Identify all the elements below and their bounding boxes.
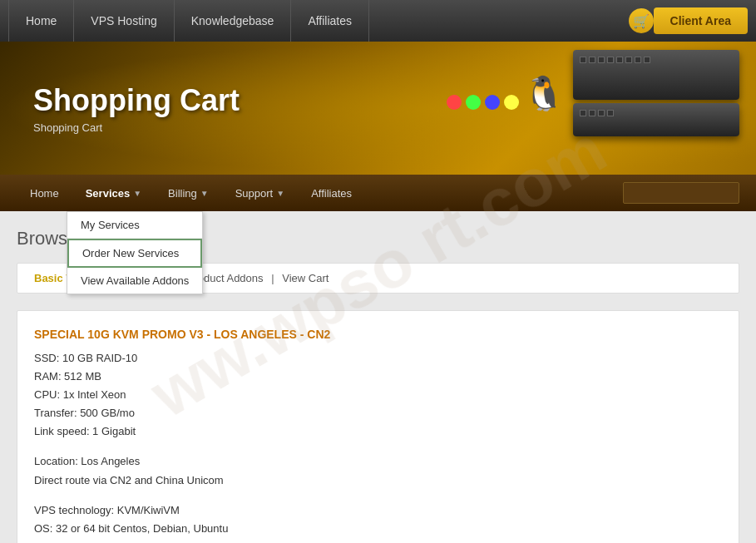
product-tech: VPS technology: KVM/KiwiVM OS: 32 or 64 … (34, 501, 722, 538)
secondary-navigation: Home Services ▼ Billing ▼ Support ▼ Affi… (0, 175, 756, 211)
top-navigation: Home VPS Hosting Knowledgebase Affiliate… (0, 0, 756, 42)
sec-nav-home[interactable]: Home (17, 175, 72, 211)
ball-yellow (504, 95, 519, 110)
top-nav-knowledgebase[interactable]: Knowledgebase (175, 0, 292, 42)
switch-device-1 (573, 50, 739, 100)
switch-port (635, 57, 641, 63)
product-card: SPECIAL 10G KVM PROMO V3 - LOS ANGELES -… (17, 310, 739, 543)
spec-ram: RAM: 512 MB (34, 368, 722, 386)
top-nav-affiliates[interactable]: Affiliates (291, 0, 369, 42)
switch-port (580, 110, 586, 116)
switch-port (580, 57, 586, 63)
support-dropdown-arrow: ▼ (276, 189, 284, 198)
hero-image: 🐧 (447, 50, 739, 136)
dropdown-view-addons[interactable]: View Available Addons (67, 268, 202, 294)
tux-penguin: 🐧 (523, 77, 565, 110)
sec-nav-support-label: Support (235, 187, 274, 200)
switch-port (625, 57, 632, 63)
services-dropdown-arrow: ▼ (133, 189, 141, 198)
sec-nav-services-label: Services (86, 187, 131, 200)
ball-red (447, 95, 462, 110)
switch-port (607, 57, 614, 63)
product-location: Location: Los Angeles Direct route via C… (34, 452, 722, 489)
switch-ports (573, 50, 739, 70)
cart-icon: 🛒 (629, 8, 654, 33)
switch-port (589, 110, 595, 116)
spec-cpu: CPU: 1x Intel Xeon (34, 386, 722, 404)
spec-link-speed: Link speed: 1 Gigabit (34, 422, 722, 441)
switch-port (607, 110, 614, 116)
switch-port (589, 57, 595, 63)
spec-transfer: Transfer: 500 GB/mo (34, 404, 722, 422)
os-text: OS: 32 or 64 bit Centos, Debian, Ubuntu (34, 520, 722, 538)
sec-nav-billing-label: Billing (168, 187, 197, 200)
switch-port (598, 57, 605, 63)
top-nav-home[interactable]: Home (8, 0, 74, 42)
switch-device-2 (573, 103, 739, 136)
sec-nav-search[interactable] (623, 182, 739, 204)
tab-separator-2: | (271, 272, 274, 284)
ball-blue (485, 95, 500, 110)
sec-nav-billing[interactable]: Billing ▼ (155, 175, 222, 211)
sec-nav-support[interactable]: Support ▼ (222, 175, 298, 211)
route-text: Direct route via CN2 and China Unicom (34, 471, 722, 490)
hero-banner: Shopping Cart Shopping Cart 🐧 (0, 42, 756, 175)
switch-ports-2 (573, 103, 739, 123)
switch-port (644, 57, 650, 63)
dropdown-order-new-services[interactable]: Order New Services (67, 239, 202, 268)
dropdown-my-services[interactable]: My Services (67, 212, 202, 239)
ball-green (466, 95, 481, 110)
services-dropdown-menu: My Services Order New Services View Avai… (67, 211, 203, 294)
spec-ssd: SSD: 10 GB RAID-10 (34, 349, 722, 368)
location-text: Location: Los Angeles (34, 452, 722, 471)
product-name: SPECIAL 10G KVM PROMO V3 - LOS ANGELES -… (34, 328, 722, 341)
sec-nav-services[interactable]: Services ▼ (72, 175, 155, 211)
top-nav-vps-hosting[interactable]: VPS Hosting (74, 0, 174, 42)
tab-view-cart[interactable]: View Cart (282, 272, 329, 284)
client-area-button[interactable]: Client Area (654, 7, 748, 34)
mascot-area: 🐧 (447, 77, 565, 110)
sec-nav-affiliates[interactable]: Affiliates (298, 175, 365, 211)
switch-port (598, 110, 605, 116)
billing-dropdown-arrow: ▼ (200, 189, 209, 198)
switch-port (616, 57, 623, 63)
switch-stack (573, 50, 739, 136)
product-specs: SSD: 10 GB RAID-10 RAM: 512 MB CPU: 1x I… (34, 349, 722, 441)
vps-tech-text: VPS technology: KVM/KiwiVM (34, 501, 722, 520)
